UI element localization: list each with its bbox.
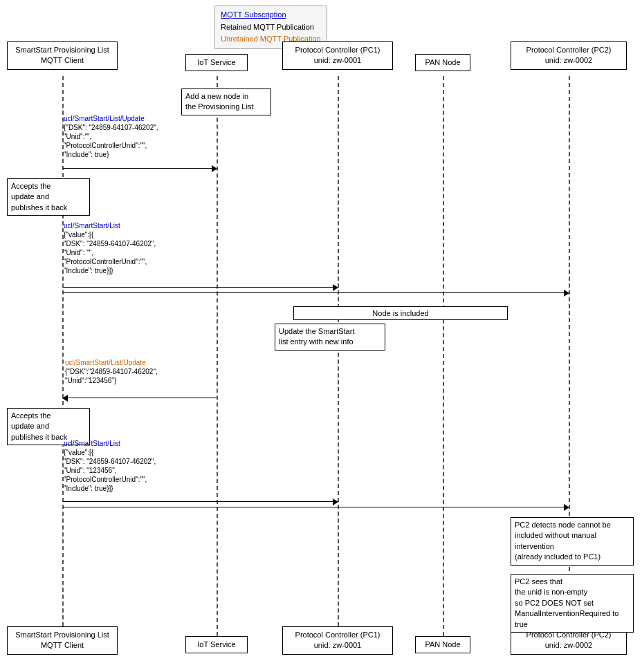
msg3-label: ucl/SmartStart/List/Update {"DSK":"24859… bbox=[65, 358, 252, 385]
note-accepts1: Accepts the update and publishes it back bbox=[7, 178, 90, 216]
msg4-label: ucl/SmartStart/List {"value":[{ "DSK": "… bbox=[64, 439, 268, 493]
legend-mqtt: MQTT Subscription bbox=[221, 9, 321, 21]
msg1-label: ucl/SmartStart/List/Update {"DSK": "2485… bbox=[64, 114, 216, 159]
lifeline-pan bbox=[443, 76, 444, 636]
actor-pan-bottom: PAN Node bbox=[415, 636, 470, 653]
note-pc2-sees: PC2 sees that the unid is non-empty so P… bbox=[511, 574, 634, 633]
msg1-arrow bbox=[63, 168, 217, 169]
note-pc2-cannot: PC2 detects node cannot be included with… bbox=[511, 517, 634, 566]
msg4-arrow-left bbox=[63, 501, 338, 502]
msg2-arrow-right bbox=[63, 292, 569, 293]
banner-node-included: Node is included bbox=[293, 306, 508, 320]
actor-pc2-top: Protocol Controller (PC2) unid: zw-0002 bbox=[511, 41, 627, 70]
msg2-arrow-left bbox=[63, 287, 338, 288]
lifeline-iot bbox=[217, 76, 218, 636]
actor-pc1-top: Protocol Controller (PC1) unid: zw-0001 bbox=[282, 41, 393, 70]
actor-iot-bottom: IoT Service bbox=[185, 636, 248, 653]
msg3-arrow bbox=[63, 398, 217, 398]
note-update-smartstart: Update the SmartStart list entry with ne… bbox=[275, 324, 385, 351]
actor-iot-top: IoT Service bbox=[185, 54, 248, 71]
actor-pan-top: PAN Node bbox=[415, 54, 470, 71]
legend-retained: Retained MQTT Publication bbox=[221, 21, 321, 34]
msg4-arrow-right bbox=[63, 507, 569, 507]
actor-pc1-bottom: Protocol Controller (PC1) unid: zw-0001 bbox=[282, 626, 393, 655]
note-add-node: Add a new node in the Provisioning List bbox=[181, 88, 271, 115]
actor-smartstart-bottom: SmartStart Provisioning List MQTT Client bbox=[7, 626, 118, 655]
sequence-diagram: MQTT Subscription Retained MQTT Publicat… bbox=[0, 0, 642, 672]
lifeline-pc1 bbox=[338, 76, 339, 626]
actor-smartstart-top: SmartStart Provisioning List MQTT Client bbox=[7, 41, 118, 70]
msg2-label: ucl/SmartStart/List {"value":[{ "DSK": "… bbox=[64, 221, 257, 275]
